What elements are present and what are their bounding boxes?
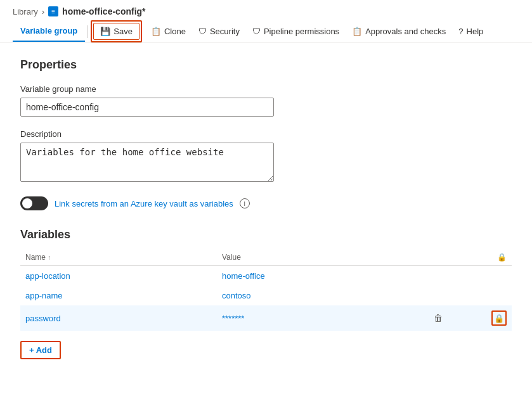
breadcrumb: Library › ≡ home-office-config* — [0, 0, 532, 20]
approvals-button[interactable]: 📋 Approvals and checks — [346, 22, 452, 41]
toggle-knob — [22, 198, 32, 208]
name-field-group: Variable group name — [20, 84, 512, 117]
clone-icon: 📋 — [151, 27, 161, 36]
add-btn-wrapper: + Add — [20, 341, 61, 359]
security-label: Security — [210, 27, 240, 36]
toolbar: Variable group 💾 Save 📋 Clone 🛡 Security… — [0, 20, 532, 43]
keyvault-toggle[interactable] — [20, 196, 48, 210]
var-name-password[interactable]: password — [20, 305, 217, 331]
properties-section: Properties Variable group name Descripti… — [20, 58, 512, 210]
breadcrumb-library[interactable]: Library — [13, 7, 38, 16]
approvals-label: Approvals and checks — [365, 27, 446, 36]
var-actions-app-location — [413, 266, 463, 286]
delete-icon[interactable]: 🗑 — [434, 313, 443, 323]
save-icon: 💾 — [100, 27, 110, 36]
pipeline-label: Pipeline permissions — [264, 27, 339, 36]
var-value-app-name[interactable]: contoso — [217, 286, 413, 305]
var-value-password[interactable]: ******* — [217, 305, 413, 331]
var-value-app-location[interactable]: home-office — [217, 266, 413, 286]
var-lock-app-name — [463, 286, 512, 305]
pipeline-permissions-button[interactable]: 🛡 Pipeline permissions — [246, 22, 346, 41]
help-icon: ? — [458, 27, 463, 36]
save-label: Save — [114, 27, 133, 36]
breadcrumb-icon: ≡ — [48, 6, 58, 16]
clone-label: Clone — [164, 27, 186, 36]
main-content: Properties Variable group name Descripti… — [0, 43, 532, 374]
clone-button[interactable]: 📋 Clone — [145, 22, 192, 41]
col-header-lock: 🔒 — [463, 249, 512, 266]
save-button[interactable]: 💾 Save — [93, 23, 139, 40]
var-actions-app-name — [413, 286, 463, 305]
lock-button-password[interactable]: 🔒 — [491, 310, 507, 326]
description-field-group: Description — [20, 129, 512, 184]
info-icon[interactable]: i — [240, 198, 250, 208]
security-button[interactable]: 🛡 Security — [192, 22, 246, 41]
col-header-actions — [413, 249, 463, 266]
table-header-row: Name ↑ Value 🔒 — [20, 249, 512, 266]
breadcrumb-current: home-office-config* — [62, 6, 145, 16]
table-row: app-location home-office — [20, 266, 512, 286]
variables-title: Variables — [20, 228, 512, 241]
variables-section: Variables Name ↑ Value 🔒 app-location ho… — [20, 228, 512, 359]
tab-variable-group[interactable]: Variable group — [13, 21, 85, 42]
col-header-name[interactable]: Name ↑ — [20, 249, 217, 266]
sort-icon: ↑ — [48, 254, 51, 261]
help-button[interactable]: ? Help — [452, 22, 490, 41]
var-name-app-location[interactable]: app-location — [20, 266, 217, 286]
toolbar-divider — [88, 25, 88, 38]
table-row: app-name contoso — [20, 286, 512, 305]
var-actions-password: 🗑 — [413, 305, 463, 331]
help-label: Help — [467, 27, 484, 36]
variables-table: Name ↑ Value 🔒 app-location home-office … — [20, 249, 512, 331]
var-lock-password: 🔒 — [463, 305, 512, 331]
breadcrumb-separator: › — [42, 7, 44, 16]
name-label: Variable group name — [20, 84, 512, 94]
properties-title: Properties — [20, 58, 512, 72]
shield-icon: 🛡 — [198, 27, 207, 36]
add-variable-button[interactable]: + Add — [22, 342, 60, 358]
save-btn-wrapper: 💾 Save — [91, 20, 142, 42]
name-input[interactable] — [20, 98, 274, 117]
table-row: password ******* 🗑 🔒 — [20, 305, 512, 331]
var-name-app-name[interactable]: app-name — [20, 286, 217, 305]
lock-icon: 🔒 — [494, 314, 504, 323]
pipeline-icon: 🛡 — [252, 27, 261, 36]
description-input[interactable] — [20, 143, 274, 182]
toggle-row: Link secrets from an Azure key vault as … — [20, 196, 512, 210]
toggle-label[interactable]: Link secrets from an Azure key vault as … — [55, 199, 233, 208]
description-label: Description — [20, 129, 512, 139]
approvals-icon: 📋 — [352, 27, 362, 36]
col-header-value: Value — [217, 249, 413, 266]
var-lock-app-location — [463, 266, 512, 286]
